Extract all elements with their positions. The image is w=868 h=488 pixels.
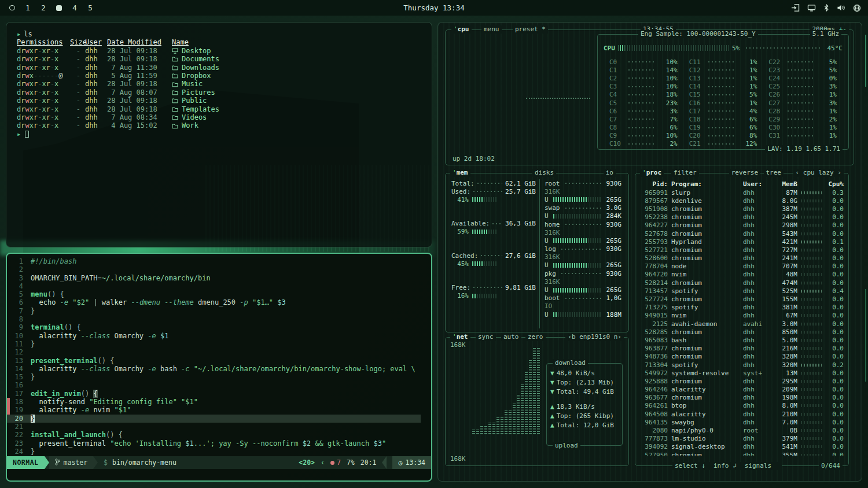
editor-line: 23 present_terminal "echo 'Installing $1… bbox=[7, 439, 431, 448]
menu-button[interactable]: menu bbox=[481, 25, 502, 34]
process-row[interactable]: 527678chromiumdhh543M0.0 bbox=[640, 230, 844, 238]
process-row[interactable]: 528285chromiumdhh850M0.0 bbox=[640, 328, 844, 336]
git-branch-icon bbox=[55, 459, 60, 467]
workspace-3[interactable] bbox=[56, 5, 62, 11]
file-row: drwxr-xr-x-dhh 7 Aug 08:34Videos bbox=[17, 113, 421, 121]
process-row[interactable]: 527724chromiumdhh155M0.0 bbox=[640, 295, 844, 303]
terminal-window-ls: ▸ ls Permissions Size User Date Modified… bbox=[6, 22, 432, 247]
editor-line: 3OMARCHY_BIN_PATH=~/.local/share/omarchy… bbox=[7, 274, 431, 282]
cpu-frequency: 5.1 GHz bbox=[810, 30, 841, 38]
process-row[interactable]: 527721chromiumdhh727M0.0 bbox=[640, 246, 844, 254]
process-row[interactable]: 777873lm-studiodhh379M0.0 bbox=[640, 435, 844, 443]
workspace-circle[interactable] bbox=[9, 5, 15, 10]
process-row[interactable]: 713457spotifydhh525M0.4 bbox=[640, 287, 844, 295]
editor-line: 9terminal() { bbox=[7, 323, 431, 331]
net-box-title[interactable]: 'net bbox=[450, 333, 470, 341]
process-row[interactable]: 963877chromiumdhh216M0.0 bbox=[640, 345, 844, 353]
process-row[interactable]: 964720nvimdhh48M0.0 bbox=[640, 271, 844, 279]
process-row[interactable]: 964135swaybgdhh7.0M0.0 bbox=[640, 418, 844, 426]
ls-command: ls bbox=[24, 30, 32, 38]
process-row[interactable]: 713304spotifydhh320M0.2 bbox=[640, 361, 844, 369]
editor-window-nvim[interactable]: 1#!/bin/bash23OMARCHY_BIN_PATH=~/.local/… bbox=[6, 253, 432, 482]
process-row[interactable]: 778704nodedhh707M0.0 bbox=[640, 263, 844, 271]
process-row[interactable]: 948736chromiumdhh328M0.0 bbox=[640, 353, 844, 361]
process-row[interactable]: 549972systemd-resolvesyst+13M0.0 bbox=[640, 369, 844, 377]
proc-footer[interactable]: select ↓info ↲signals bbox=[672, 462, 782, 470]
preset-button[interactable]: preset * bbox=[513, 25, 548, 34]
process-row[interactable]: 527950chromiumdhh355M0.0 bbox=[640, 451, 844, 456]
cpu-model: Eng Sample: 100-000001243-50_Y bbox=[638, 30, 758, 38]
cores-col-3: C225%C235%C240%C253%C261%C273%C281%C292%… bbox=[763, 58, 843, 148]
scroll-progress: 7% bbox=[347, 459, 355, 467]
topbar-clock: Thursday 13:34 bbox=[403, 0, 464, 16]
disks-tab[interactable]: disks bbox=[532, 169, 556, 177]
powerline-separator bbox=[93, 456, 98, 469]
net-stats-panel: download ▼48,0 KiB/s ▼Top: (2,13 Mib) ▼T… bbox=[546, 363, 623, 446]
filter-button[interactable]: filter bbox=[671, 169, 699, 177]
workspace-1[interactable]: 1 bbox=[25, 4, 31, 12]
file-path: bin/omarchy-menu bbox=[112, 459, 176, 467]
process-row[interactable]: 2080napi/phy0-0root0B0.0 bbox=[640, 426, 844, 434]
folder-icon bbox=[172, 73, 178, 79]
process-row[interactable]: 394092signal-desktopdhh541M0.0 bbox=[640, 443, 844, 451]
process-row[interactable]: 965083bashdhh5.0M0.0 bbox=[640, 336, 844, 344]
editor-line: 12 bbox=[7, 348, 431, 356]
file-row: drwxr-xr-x-dhh28 Jul 09:18Desktop bbox=[17, 47, 421, 55]
bluetooth-icon[interactable] bbox=[823, 4, 829, 12]
prompt-icon: ▸ bbox=[17, 30, 21, 38]
cpu-total-row: CPU 5% 45°C bbox=[604, 43, 843, 53]
process-row[interactable]: 965091slurpdhh87M0.3 bbox=[640, 188, 844, 197]
upload-arrow-icon: ▲ bbox=[550, 422, 554, 429]
interface-selector[interactable]: ‹b enp191s0 n› bbox=[565, 333, 624, 341]
memory-box: 'mem disks io Total:62,1 GiBUsed:25,7 Gi… bbox=[445, 173, 629, 332]
process-row[interactable]: 964246alacrittydhh209M0.0 bbox=[640, 386, 844, 394]
clock-icon: ◷ bbox=[398, 459, 402, 467]
process-row[interactable]: 255793Hyprlanddhh421M0.1 bbox=[640, 238, 844, 246]
process-row[interactable]: 713275spotifydhh381M0.0 bbox=[640, 304, 844, 312]
process-row[interactable]: 528214chromiumdhh474M0.0 bbox=[640, 279, 844, 287]
process-row[interactable]: 949015nvimdhh67M0.0 bbox=[640, 312, 844, 320]
load-average: LAV: 1.19 1.65 1.71 bbox=[765, 145, 843, 153]
workspace-2[interactable]: 2 bbox=[41, 4, 46, 12]
proc-box-title[interactable]: 'proc bbox=[640, 169, 664, 177]
download-arrow-icon: ▼ bbox=[550, 369, 554, 377]
sort-selector[interactable]: ‹ cpu lazy › bbox=[793, 169, 844, 177]
cpu-core-panel: Eng Sample: 100-000001243-50_Y 5.1 GHz C… bbox=[597, 34, 849, 150]
mem-box-title[interactable]: 'mem bbox=[450, 169, 470, 177]
workspace-4[interactable]: 4 bbox=[72, 4, 78, 12]
cpu-box-title[interactable]: 'cpu bbox=[451, 25, 472, 34]
process-row[interactable]: 963677chromiumdhh198M0.0 bbox=[640, 394, 844, 402]
editor-line: 17edit_in_nvim() { bbox=[7, 390, 431, 398]
zero-button[interactable]: zero bbox=[525, 333, 546, 341]
globe-icon[interactable] bbox=[853, 4, 861, 12]
network-icon[interactable] bbox=[807, 4, 816, 12]
screen-share-icon[interactable] bbox=[791, 4, 800, 12]
volume-icon[interactable] bbox=[837, 4, 845, 12]
process-row[interactable]: 964508alacrittydhh210M0.0 bbox=[640, 410, 844, 418]
reverse-button[interactable]: reverse bbox=[729, 169, 760, 177]
tree-button[interactable]: tree bbox=[764, 169, 784, 177]
folder-icon bbox=[172, 65, 178, 71]
process-count: 0/644 bbox=[819, 462, 843, 470]
file-row: drwxr-xr-x-dhh28 Jul 09:18Templates bbox=[17, 105, 421, 113]
io-tab[interactable]: io bbox=[604, 169, 616, 177]
editor-lines[interactable]: 1#!/bin/bash23OMARCHY_BIN_PATH=~/.local/… bbox=[7, 254, 431, 456]
auto-button[interactable]: auto bbox=[501, 333, 521, 341]
terminal-cursor[interactable] bbox=[25, 131, 29, 138]
network-box: 'net sync auto zero ‹b enp191s0 n› 168K … bbox=[445, 337, 629, 466]
process-row[interactable]: 528600chromiumdhh241M0.0 bbox=[640, 254, 844, 263]
process-row[interactable]: 964227chromiumdhh298M0.0 bbox=[640, 221, 844, 230]
process-row[interactable]: 952238chromiumdhh245M0.0 bbox=[640, 213, 844, 221]
process-row[interactable]: 925888chromiumdhh295M0.0 bbox=[640, 377, 844, 385]
process-row[interactable]: 964261btopdhh8.0M0.0 bbox=[640, 402, 844, 410]
file-row: drwxr-xr-x-dhh 4 Aug 15:02Work bbox=[17, 121, 421, 130]
process-row[interactable]: 951908chromiumdhh387M0.0 bbox=[640, 205, 844, 213]
process-row[interactable]: 879567kdenlivedhh8.0G0.0 bbox=[640, 197, 844, 205]
chevron-left-icon: ‹ bbox=[321, 459, 325, 467]
process-row[interactable]: 2125avahi-daemonavahi3.0M0.0 bbox=[640, 320, 844, 328]
workspace-5[interactable]: 5 bbox=[87, 4, 93, 12]
process-box: 'proc filter reverse tree ‹ cpu lazy › P… bbox=[635, 173, 849, 466]
cores-col-2: C111%C121%C131%C141%C155%C161%C174%C186%… bbox=[683, 58, 763, 148]
net-scale-top: 168K bbox=[450, 341, 466, 349]
sync-button[interactable]: sync bbox=[476, 333, 496, 341]
